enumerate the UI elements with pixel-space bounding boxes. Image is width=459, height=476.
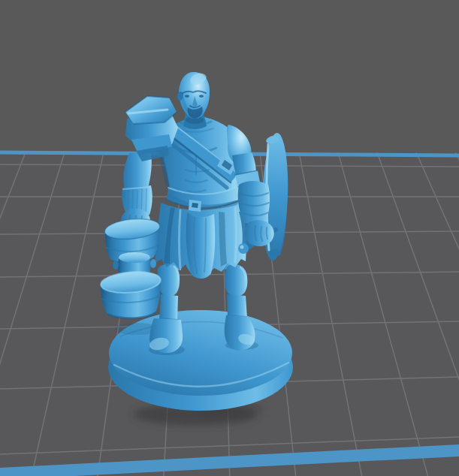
scene-canvas [0,0,459,476]
3d-viewport[interactable] [0,0,459,476]
base-disc[interactable] [108,310,293,411]
